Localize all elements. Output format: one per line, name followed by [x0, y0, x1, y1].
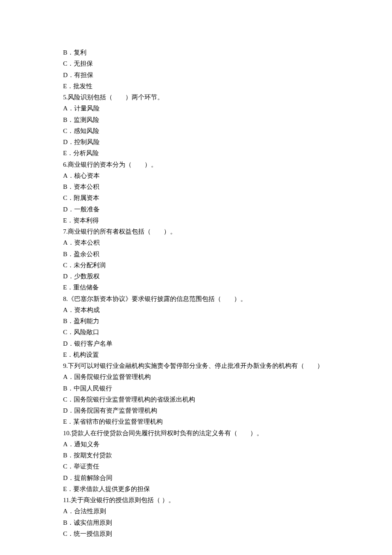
option-line: B．资本公积	[63, 181, 341, 192]
question-line: 8.《巴塞尔新资本协议》要求银行披露的信息范围包括（ ）。	[63, 293, 341, 304]
option-line: A．资本构成	[63, 304, 341, 315]
option-line: C．举证责任	[63, 461, 341, 472]
option-line: D．控制风险	[63, 136, 341, 147]
option-line: B．监测风险	[63, 114, 341, 125]
option-line: A．核心资本	[63, 170, 341, 181]
option-line: B．按期支付贷款	[63, 450, 341, 461]
option-line: C．附属资本	[63, 192, 341, 203]
option-line: B．诚实信用原则	[63, 517, 341, 528]
question-line: 11.关于商业银行的授信原则包括（ ）。	[63, 494, 341, 506]
option-line: A．国务院银行业监督管理机构	[63, 371, 341, 382]
option-line: E．资本利得	[63, 215, 341, 226]
option-line: D．银行客户名单	[63, 338, 341, 349]
question-line: 7.商业银行的所有者权益包括（ ）。	[63, 226, 341, 237]
option-line: D．少数股权	[63, 271, 341, 282]
option-line: C．感知风险	[63, 125, 341, 136]
option-line: E．分析风险	[63, 147, 341, 159]
option-line: D．提前解除合同	[63, 472, 341, 483]
option-line: E．要求借款人提供更多的担保	[63, 483, 341, 494]
option-line: A．合法性原则	[63, 506, 341, 517]
option-line: D．一般准备	[63, 204, 341, 215]
option-line: D．有担保	[63, 69, 341, 81]
option-line: E．批发性	[63, 81, 341, 92]
option-line: B．中国人民银行	[63, 383, 341, 394]
option-line: E．某省辖市的银行业监督管理机构	[63, 416, 341, 427]
option-line: C．统一授信原则	[63, 528, 341, 539]
option-line: C．国务院银行业监督管理机构的省级派出机构	[63, 394, 341, 405]
document-page: B．复利 C．无担保 D．有担保 E．批发性 5.风险识别包括（ ）两个环节。 …	[0, 0, 392, 555]
option-line: A．通知义务	[63, 439, 341, 450]
option-line: C．未分配利润	[63, 260, 341, 271]
option-line: B．复利	[63, 47, 341, 58]
option-line: C．无担保	[63, 58, 341, 69]
option-line: B．盈余公积	[63, 249, 341, 260]
question-line: 6.商业银行的资本分为（ ）。	[63, 159, 341, 170]
option-line: A．资本公积	[63, 237, 341, 248]
option-line: E．机构设置	[63, 349, 341, 360]
option-line: E．重估储备	[63, 282, 341, 293]
question-line: 9.下列可以对银行业金融机构实施责令暂停部分业务、停止批准开办新业务的机构有（ …	[63, 360, 341, 371]
option-line: D．国务院国有资产监督管理机构	[63, 405, 341, 416]
question-line: 5.风险识别包括（ ）两个环节。	[63, 92, 341, 103]
option-line: B．盈利能力	[63, 315, 341, 327]
option-line: C．风险敞口	[63, 327, 341, 338]
option-line: A．计量风险	[63, 103, 341, 114]
question-line: 10.贷款人在行使贷款合同先履行抗辩权时负有的法定义务有（ ）。	[63, 428, 341, 439]
